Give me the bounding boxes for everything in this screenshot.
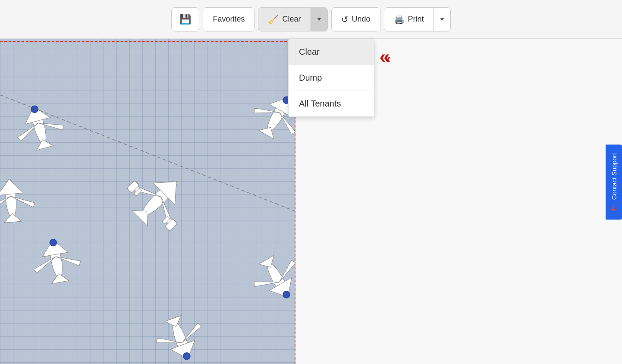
contact-support-label: Contact Support: [610, 153, 618, 200]
dropdown-item-clear[interactable]: Clear: [289, 39, 374, 65]
clear-label: Clear: [282, 15, 301, 24]
clear-main-button[interactable]: 🧹 Clear: [258, 8, 310, 31]
print-button-group: 🖨️ Print: [384, 7, 451, 31]
print-icon: 🖨️: [394, 14, 405, 25]
dropdown-item-dump[interactable]: Dump: [289, 65, 374, 91]
clear-dropdown-menu: Clear Dump All Tenants: [288, 39, 374, 117]
contact-support-icon: ❓: [610, 203, 618, 211]
svg-marker-34: [170, 340, 200, 363]
dropdown-all-tenants-label: All Tenants: [299, 99, 341, 109]
contact-support-button[interactable]: ❓ Contact Support: [606, 144, 622, 220]
undo-label: Undo: [352, 15, 371, 24]
undo-button[interactable]: ↺ Undo: [331, 7, 380, 31]
clear-button-group: 🧹 Clear: [258, 7, 327, 31]
favorites-label: Favorites: [213, 15, 245, 24]
clear-chevron-down-icon: [317, 18, 321, 21]
chevron-left-small-icon: ‹: [386, 51, 387, 66]
chevron-left-icon: «: [380, 47, 386, 67]
print-main-button[interactable]: 🖨️ Print: [384, 8, 434, 31]
save-button[interactable]: 💾: [171, 7, 199, 31]
dropdown-clear-label: Clear: [299, 47, 320, 57]
print-dropdown-button[interactable]: [434, 8, 450, 31]
svg-marker-40: [0, 178, 23, 195]
toolbar: 💾 Favorites 🧹 Clear ↺ Undo 🖨️ Print: [0, 0, 622, 39]
red-chevrons-indicator: « ‹: [380, 47, 387, 67]
dropdown-dump-label: Dump: [299, 73, 322, 83]
canvas-area[interactable]: [0, 39, 295, 364]
broom-icon: 🧹: [268, 14, 279, 25]
dropdown-item-all-tenants[interactable]: All Tenants: [289, 91, 374, 116]
print-chevron-down-icon: [440, 18, 444, 21]
clear-dropdown-button[interactable]: [311, 8, 327, 31]
save-icon: 💾: [179, 14, 191, 25]
svg-marker-43: [3, 213, 22, 223]
print-label: Print: [408, 15, 424, 24]
undo-icon: ↺: [341, 14, 349, 25]
airplane-canvas: [0, 39, 295, 364]
favorites-button[interactable]: Favorites: [203, 7, 254, 31]
